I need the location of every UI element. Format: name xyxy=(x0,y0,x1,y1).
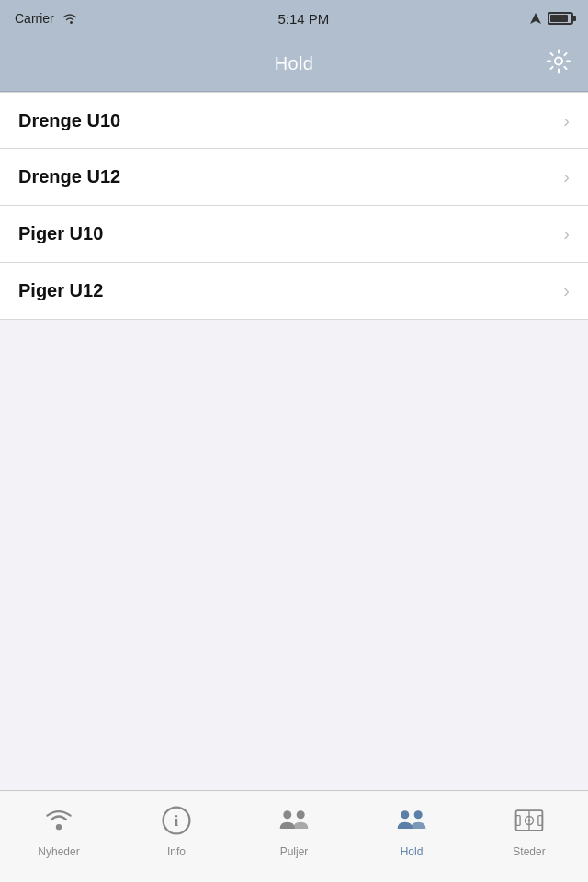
list-item-piger-u10[interactable]: Piger U10 › xyxy=(0,206,588,263)
list-item-label: Drenge U12 xyxy=(18,166,120,187)
nav-title: Hold xyxy=(275,53,313,74)
carrier-label: Carrier xyxy=(15,11,54,26)
tab-puljer[interactable]: Puljer xyxy=(235,800,353,858)
teams-list: Drenge U10 › Drenge U12 › Piger U10 › Pi… xyxy=(0,92,588,320)
wifi-icon xyxy=(62,12,78,25)
nyheder-icon xyxy=(42,804,75,837)
svg-text:i: i xyxy=(175,813,179,830)
tab-nyheder[interactable]: Nyheder xyxy=(0,800,118,858)
svg-point-7 xyxy=(401,810,409,819)
status-right xyxy=(529,12,573,25)
list-item-drenge-u10[interactable]: Drenge U10 › xyxy=(0,92,588,149)
hold-icon xyxy=(395,804,428,837)
svg-rect-13 xyxy=(516,816,521,826)
puljer-icon-wrap xyxy=(274,800,314,841)
list-item-label: Piger U12 xyxy=(18,280,103,301)
info-icon: i xyxy=(160,804,193,837)
tab-info[interactable]: i Info xyxy=(118,800,235,858)
svg-point-5 xyxy=(283,810,291,819)
nyheder-icon-wrap xyxy=(39,800,79,841)
location-icon xyxy=(529,12,542,25)
list-item-piger-u12[interactable]: Piger U12 › xyxy=(0,263,588,320)
list-item-label: Piger U10 xyxy=(18,223,103,244)
chevron-right-icon: › xyxy=(563,110,570,131)
svg-point-12 xyxy=(528,820,531,822)
tab-nyheder-label: Nyheder xyxy=(38,845,79,858)
info-icon-wrap: i xyxy=(156,800,197,841)
tab-hold-label: Hold xyxy=(401,845,424,858)
svg-point-2 xyxy=(56,824,62,830)
svg-point-6 xyxy=(297,810,305,819)
battery-icon xyxy=(548,12,573,25)
tab-steder[interactable]: Steder xyxy=(470,800,588,858)
list-item-label: Drenge U10 xyxy=(18,110,120,131)
nav-bar: Hold xyxy=(0,37,588,92)
status-bar: Carrier 5:14 PM xyxy=(0,0,588,37)
chevron-right-icon: › xyxy=(563,166,570,187)
status-left: Carrier xyxy=(15,11,78,26)
svg-point-1 xyxy=(555,57,562,64)
steder-icon xyxy=(513,804,546,837)
svg-marker-0 xyxy=(530,13,541,24)
settings-button[interactable] xyxy=(546,48,571,80)
steder-icon-wrap xyxy=(509,800,549,841)
tab-puljer-label: Puljer xyxy=(280,845,309,858)
status-time: 5:14 PM xyxy=(277,11,329,27)
svg-point-8 xyxy=(414,810,423,819)
chevron-right-icon: › xyxy=(563,223,570,244)
hold-icon-wrap xyxy=(391,800,432,841)
tab-bar: Nyheder i Info Puljer xyxy=(0,790,588,882)
tab-hold[interactable]: Hold xyxy=(353,800,470,858)
chevron-right-icon: › xyxy=(563,280,570,301)
tab-steder-label: Steder xyxy=(513,845,545,858)
svg-rect-14 xyxy=(538,816,543,826)
list-item-drenge-u12[interactable]: Drenge U12 › xyxy=(0,149,588,206)
puljer-icon xyxy=(277,804,311,837)
tab-info-label: Info xyxy=(167,845,186,858)
